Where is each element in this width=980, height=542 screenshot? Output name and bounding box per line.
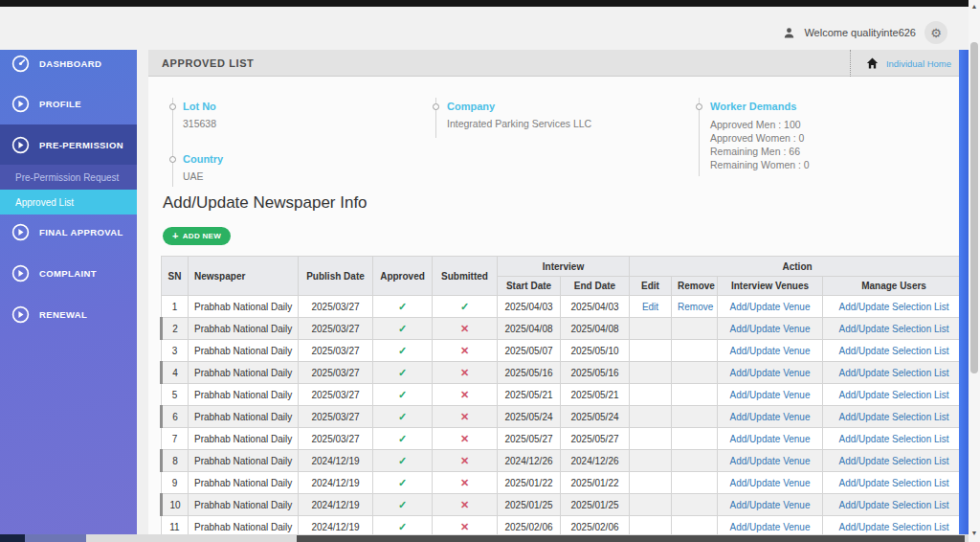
add-update-selection-list-link[interactable]: Add/Update Selection List — [839, 324, 949, 334]
publish-date-cell: 2025/03/27 — [299, 296, 373, 318]
add-update-selection-list-link[interactable]: Add/Update Selection List — [839, 522, 949, 532]
add-update-selection-list-link[interactable]: Add/Update Selection List — [839, 368, 949, 378]
end-date-cell: 2025/01/25 — [561, 494, 630, 516]
add-update-venue-link[interactable]: Add/Update Venue — [730, 324, 811, 334]
add-update-venue-link[interactable]: Add/Update Venue — [730, 302, 811, 312]
edit-cell[interactable]: Edit — [630, 296, 672, 318]
interview-venue-cell[interactable]: Add/Update Venue — [718, 494, 823, 516]
add-update-venue-link[interactable]: Add/Update Venue — [730, 412, 811, 422]
check-icon: ✓ — [398, 411, 407, 422]
interview-venue-cell[interactable]: Add/Update Venue — [718, 406, 823, 428]
add-update-venue-link[interactable]: Add/Update Venue — [730, 390, 811, 400]
add-update-venue-link[interactable]: Add/Update Venue — [730, 346, 811, 356]
interview-venue-cell[interactable]: Add/Update Venue — [718, 296, 823, 318]
table-row: 1Prabhab National Daily2025/03/27✓✓2025/… — [162, 296, 966, 318]
manage-users-cell[interactable]: Add/Update Selection List — [823, 494, 966, 516]
interview-venue-cell[interactable]: Add/Update Venue — [718, 450, 823, 472]
interview-venue-cell[interactable]: Add/Update Venue — [718, 428, 823, 450]
sidebar-horizontal-scrollbar-thumb[interactable] — [25, 534, 86, 542]
individual-home-link[interactable]: Individual Home — [886, 58, 951, 69]
interview-venue-cell[interactable]: Add/Update Venue — [718, 362, 823, 384]
add-new-label: ADD NEW — [183, 232, 221, 240]
add-update-selection-list-link[interactable]: Add/Update Selection List — [839, 412, 949, 422]
cross-icon: ✕ — [460, 345, 469, 356]
bullet-circle-icon — [169, 156, 176, 163]
add-update-venue-link[interactable]: Add/Update Venue — [730, 522, 811, 532]
content-scrollbar-thumb[interactable] — [959, 50, 969, 542]
approved-cell: ✓ — [373, 318, 433, 340]
add-update-selection-list-link[interactable]: Add/Update Selection List — [839, 434, 949, 444]
approved-cell: ✓ — [373, 340, 433, 362]
sidebar-item-final-approval[interactable]: FINAL APPROVAL — [0, 218, 137, 245]
manage-users-cell[interactable]: Add/Update Selection List — [823, 340, 966, 362]
newspaper-table-body: 1Prabhab National Daily2025/03/27✓✓2025/… — [162, 296, 966, 538]
sidebar-item-complaint[interactable]: COMPLAINT — [0, 260, 137, 286]
browser-scrollbar-thumb[interactable] — [970, 42, 978, 373]
sidebar: DASHBOARD PROFILE PRE-PERMISSION Pre-Per… — [0, 50, 137, 542]
edit-cell — [630, 340, 672, 362]
sidebar-item-profile[interactable]: PROFILE — [0, 90, 137, 117]
add-update-venue-link[interactable]: Add/Update Venue — [730, 434, 811, 444]
add-update-selection-list-link[interactable]: Add/Update Selection List — [839, 302, 949, 312]
manage-users-cell[interactable]: Add/Update Selection List — [823, 362, 966, 384]
publish-date-cell: 2025/03/27 — [299, 406, 373, 428]
end-date-cell: 2025/05/10 — [561, 340, 630, 362]
sidebar-item-dashboard[interactable]: DASHBOARD — [0, 50, 137, 77]
cross-icon: ✕ — [460, 455, 469, 466]
table-row: 5Prabhab National Daily2025/03/27✓✕2025/… — [162, 384, 966, 406]
sidebar-item-renewal[interactable]: RENEWAL — [0, 301, 137, 327]
table-row: 10Prabhab National Daily2024/12/19✓✕2025… — [162, 494, 966, 516]
sidebar-subitem-pre-permission-request[interactable]: Pre-Permission Request — [0, 165, 137, 190]
sidebar-subitem-approved-list[interactable]: Approved List — [0, 190, 137, 215]
table-row: 7Prabhab National Daily2025/03/27✓✕2025/… — [162, 428, 966, 450]
add-update-venue-link[interactable]: Add/Update Venue — [730, 368, 811, 378]
add-update-selection-list-link[interactable]: Add/Update Selection List — [839, 390, 949, 400]
submitted-cell: ✕ — [433, 318, 498, 340]
remove-link[interactable]: Remove — [678, 302, 713, 312]
add-update-selection-list-link[interactable]: Add/Update Selection List — [839, 456, 949, 466]
home-icon[interactable] — [866, 57, 879, 69]
edit-cell — [630, 428, 672, 450]
col-header-approved: Approved — [373, 257, 433, 296]
manage-users-cell[interactable]: Add/Update Selection List — [823, 450, 966, 472]
check-icon: ✓ — [398, 345, 407, 356]
cross-icon: ✕ — [460, 499, 469, 510]
interview-venue-cell[interactable]: Add/Update Venue — [718, 318, 823, 340]
manage-users-cell[interactable]: Add/Update Selection List — [823, 406, 966, 428]
sn-cell: 6 — [162, 406, 189, 428]
sidebar-item-pre-permission[interactable]: PRE-PERMISSION — [0, 124, 137, 165]
add-update-venue-link[interactable]: Add/Update Venue — [730, 500, 811, 510]
manage-users-cell[interactable]: Add/Update Selection List — [823, 318, 966, 340]
manage-users-cell[interactable]: Add/Update Selection List — [823, 472, 966, 494]
col-header-newspaper: Newspaper — [189, 257, 299, 296]
settings-gear-icon[interactable]: ⚙ — [924, 21, 947, 44]
interview-venue-cell[interactable]: Add/Update Venue — [718, 384, 823, 406]
newspaper-cell: Prabhab National Daily — [189, 494, 299, 516]
play-circle-icon — [11, 136, 30, 154]
manage-users-cell[interactable]: Add/Update Selection List — [823, 384, 966, 406]
cross-icon: ✕ — [460, 521, 469, 532]
remove-cell[interactable]: Remove — [672, 296, 718, 318]
check-icon: ✓ — [398, 389, 407, 400]
publish-date-cell: 2024/12/19 — [299, 472, 373, 494]
manage-users-cell[interactable]: Add/Update Selection List — [823, 428, 966, 450]
add-new-button[interactable]: + ADD NEW — [163, 227, 231, 245]
play-circle-icon — [11, 305, 30, 324]
cross-icon: ✕ — [460, 411, 469, 422]
add-update-selection-list-link[interactable]: Add/Update Selection List — [839, 500, 949, 510]
add-update-venue-link[interactable]: Add/Update Venue — [730, 478, 811, 488]
end-date-cell: 2025/05/27 — [561, 428, 630, 450]
check-icon: ✓ — [398, 433, 407, 444]
add-update-selection-list-link[interactable]: Add/Update Selection List — [839, 346, 949, 356]
edit-link[interactable]: Edit — [642, 302, 658, 312]
submitted-cell: ✓ — [433, 296, 498, 318]
manage-users-cell[interactable]: Add/Update Selection List — [823, 296, 966, 318]
add-update-selection-list-link[interactable]: Add/Update Selection List — [839, 478, 949, 488]
horizontal-scrollbar-thumb[interactable] — [297, 535, 965, 542]
interview-venue-cell[interactable]: Add/Update Venue — [718, 472, 823, 494]
scroll-down-arrow-icon[interactable]: ▼ — [969, 528, 980, 539]
remove-cell — [672, 406, 718, 428]
add-update-venue-link[interactable]: Add/Update Venue — [730, 456, 811, 466]
interview-venue-cell[interactable]: Add/Update Venue — [718, 340, 823, 362]
scroll-up-arrow-icon[interactable]: ▲ — [969, 1, 980, 12]
